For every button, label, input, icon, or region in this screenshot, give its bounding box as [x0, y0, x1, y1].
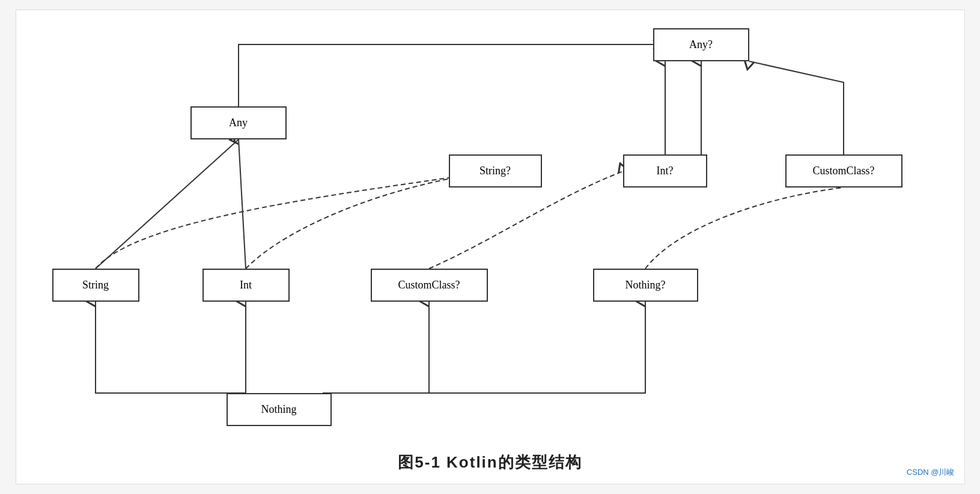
node-string: String	[52, 269, 139, 302]
node-nothing: Nothing	[227, 393, 332, 426]
svg-line-4	[96, 139, 239, 269]
node-stringq: String?	[449, 154, 542, 188]
diagram-container: Any? Any String? Int? CustomClass? Strin…	[16, 10, 965, 484]
node-any: Any	[190, 106, 287, 139]
watermark: CSDN @川峻	[907, 467, 955, 478]
node-nothingq: Nothing?	[593, 269, 698, 302]
node-customclassq2: CustomClass?	[785, 154, 902, 188]
arrows-svg	[16, 10, 964, 484]
svg-line-2	[239, 139, 246, 269]
node-anyq: Any?	[653, 28, 749, 61]
node-customclassq: CustomClass?	[371, 269, 488, 302]
node-intq: Int?	[623, 154, 707, 188]
diagram-caption: 图5-1 Kotlin的类型结构	[398, 452, 582, 473]
node-int: Int	[202, 269, 290, 302]
